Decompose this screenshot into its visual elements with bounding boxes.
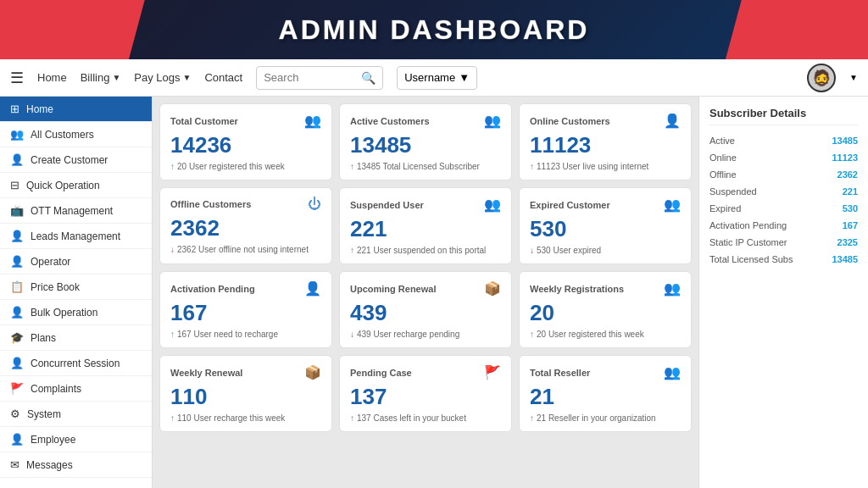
card-trend-icon-7: ↓ [350, 330, 354, 339]
avatar[interactable]: 🧔 [807, 64, 836, 92]
sub-label-1: Online [709, 152, 737, 163]
search-input[interactable] [264, 71, 358, 84]
sidebar-item-ott-management[interactable]: 📺OTT Management [0, 198, 152, 224]
billing-dropdown-icon: ▼ [112, 73, 120, 82]
sidebar-icon-operator: 👤 [10, 255, 24, 268]
card-subtitle-1: ↑ 13485 Total Licensed Subscriber [350, 162, 501, 171]
sidebar-icon-quick-operation: ⊟ [10, 179, 19, 191]
sidebar-icon-employee: 👤 [10, 433, 24, 446]
card-trend-icon-1: ↑ [350, 162, 354, 171]
sidebar-label-system: System [27, 408, 61, 420]
card-trend-icon-8: ↑ [530, 330, 534, 339]
sidebar-icon-messages: ✉ [10, 458, 19, 471]
username-label: Username [404, 71, 455, 84]
card-title-4: Suspended User [350, 200, 424, 210]
sidebar-item-messages[interactable]: ✉Messages [0, 452, 152, 478]
card-trend-icon-6: ↑ [170, 330, 175, 339]
nav-contact[interactable]: Contact [204, 71, 242, 84]
stat-card-5: Expired Customer 👥 530 ↓ 530 User expire… [519, 187, 692, 264]
sub-label-7: Total Licensed Subs [709, 254, 793, 264]
dashboard-content: Total Customer 👥 14236 ↑ 20 User registe… [153, 97, 698, 488]
subscriber-row-1: Online 11123 [709, 152, 858, 163]
sub-value-4: 530 [843, 203, 858, 214]
sidebar-item-quick-operation[interactable]: ⊟Quick Operation [0, 173, 152, 198]
card-value-10: 137 [350, 384, 501, 410]
card-header-9: Weekly Renewal 📦 [170, 364, 321, 380]
username-dropdown-icon: ▼ [459, 71, 470, 84]
subscriber-row-3: Suspended 221 [709, 186, 858, 197]
sidebar-label-employee: Employee [31, 434, 75, 446]
subscriber-row-0: Active 13485 [709, 136, 858, 146]
sub-value-7: 13485 [832, 254, 858, 264]
card-icon-2: 👤 [664, 113, 681, 129]
card-value-7: 439 [350, 300, 501, 326]
card-value-8: 20 [530, 300, 681, 326]
stat-card-1: Active Customers 👥 13485 ↑ 13485 Total L… [339, 103, 512, 180]
card-icon-8: 👥 [664, 280, 681, 297]
sub-value-5: 167 [843, 220, 858, 230]
stat-card-3: Offline Customers ⏻ 2362 ↓ 2362 User off… [159, 187, 332, 264]
paylogs-dropdown-icon: ▼ [182, 73, 191, 82]
sidebar-item-concurrent-session[interactable]: 👤Concurrent Session [0, 351, 152, 376]
sidebar-item-create-customer[interactable]: 👤Create Customer [0, 147, 152, 173]
nav-paylogs[interactable]: Pay Logs ▼ [134, 71, 191, 84]
sidebar-item-system[interactable]: ⚙System [0, 402, 152, 427]
page-title: Admin Dashboard [279, 14, 590, 46]
card-title-6: Activation Pending [170, 284, 255, 294]
search-box[interactable]: 🔍 [256, 66, 383, 90]
sub-value-3: 221 [843, 186, 858, 197]
card-icon-9: 📦 [304, 364, 321, 380]
username-dropdown[interactable]: Username ▼ [397, 66, 477, 90]
sidebar-item-complaints[interactable]: 🚩Complaints [0, 376, 152, 402]
sidebar-icon-ott-management: 📺 [10, 204, 24, 217]
sidebar-label-bulk-operation: Bulk Operation [31, 307, 97, 319]
card-value-3: 2362 [170, 215, 321, 241]
card-header-11: Total Reseller 👥 [530, 364, 681, 380]
sidebar: ⊞Home👥All Customers👤Create Customer⊟Quic… [0, 97, 153, 488]
sub-value-1: 11123 [832, 152, 858, 163]
header-banner: Admin Dashboard [0, 0, 868, 59]
card-title-8: Weekly Registrations [530, 284, 624, 294]
navbar: ☰ Home Billing ▼ Pay Logs ▼ Contact 🔍 Us… [0, 59, 868, 97]
sidebar-item-operator[interactable]: 👤Operator [0, 249, 152, 274]
card-icon-10: 🚩 [484, 364, 501, 380]
sub-label-2: Offline [709, 169, 737, 180]
sidebar-item-all-customers[interactable]: 👥All Customers [0, 122, 152, 147]
card-trend-icon-11: ↑ [530, 413, 534, 423]
stat-card-4: Suspended User 👥 221 ↑ 221 User suspende… [339, 187, 512, 264]
card-subtitle-7: ↓ 439 User recharge pending [350, 330, 501, 339]
sidebar-label-messages: Messages [26, 459, 73, 471]
sidebar-icon-system: ⚙ [10, 408, 20, 420]
stat-card-10: Pending Case 🚩 137 ↑ 137 Cases left in y… [339, 355, 512, 432]
sidebar-label-quick-operation: Quick Operation [26, 180, 100, 191]
sidebar-icon-leads-management: 👤 [10, 230, 24, 242]
hamburger-icon[interactable]: ☰ [10, 69, 24, 87]
nav-billing[interactable]: Billing ▼ [81, 71, 121, 84]
nav-home[interactable]: Home [37, 71, 67, 84]
card-value-11: 21 [530, 384, 681, 410]
sidebar-item-employee[interactable]: 👤Employee [0, 427, 152, 452]
stat-card-9: Weekly Renewal 📦 110 ↑ 110 User recharge… [159, 355, 332, 432]
sidebar-item-home[interactable]: ⊞Home [0, 97, 152, 122]
card-header-8: Weekly Registrations 👥 [530, 280, 681, 297]
main-container: ⊞Home👥All Customers👤Create Customer⊟Quic… [0, 97, 868, 488]
sidebar-item-leads-management[interactable]: 👤Leads Management [0, 224, 152, 249]
card-icon-4: 👥 [484, 197, 501, 213]
card-icon-3: ⏻ [308, 197, 321, 212]
sidebar-item-plans[interactable]: 🎓Plans [0, 325, 152, 351]
sub-value-2: 2362 [837, 169, 858, 180]
subscriber-row-2: Offline 2362 [709, 169, 858, 180]
card-title-7: Upcoming Renewal [350, 284, 436, 294]
sub-label-5: Activation Pending [709, 220, 787, 230]
sub-label-3: Suspended [709, 186, 757, 197]
card-subtitle-4: ↑ 221 User suspended on this portal [350, 246, 501, 255]
sidebar-icon-price-book: 📋 [10, 280, 24, 293]
card-value-6: 167 [170, 300, 321, 326]
sidebar-label-plans: Plans [31, 332, 56, 344]
card-trend-icon-10: ↑ [350, 413, 354, 423]
sidebar-icon-create-customer: 👤 [10, 153, 24, 166]
sidebar-item-price-book[interactable]: 📋Price Book [0, 274, 152, 300]
sidebar-item-bulk-operation[interactable]: 👤Bulk Operation [0, 300, 152, 325]
card-value-2: 11123 [530, 132, 681, 158]
sidebar-icon-plans: 🎓 [10, 331, 24, 344]
